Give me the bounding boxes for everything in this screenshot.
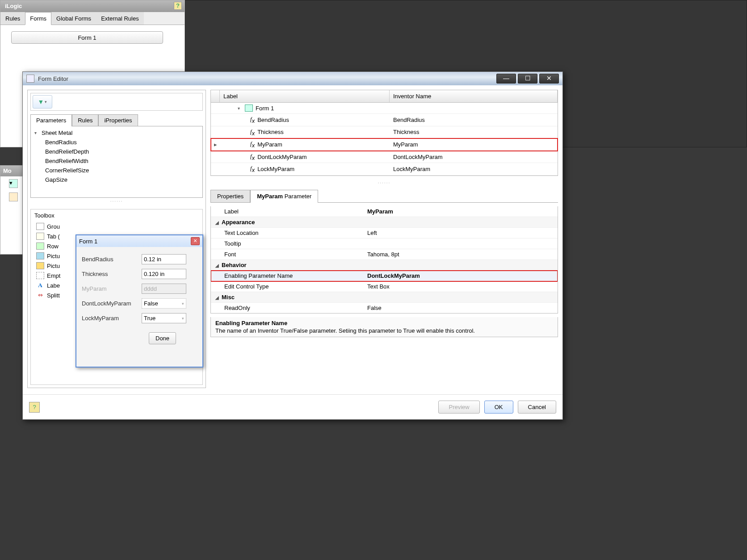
toolbox-item-group[interactable]: Grou bbox=[34, 221, 199, 231]
form1-title-text: Form 1 bbox=[79, 238, 97, 245]
tree-row-param[interactable]: fxBendRadius BendRadius bbox=[211, 114, 558, 126]
toolbox-title: Toolbox bbox=[33, 211, 201, 220]
close-button[interactable]: ✕ bbox=[539, 74, 559, 84]
fx-icon: fx bbox=[250, 140, 255, 149]
chevron-down-icon: ▾ bbox=[182, 301, 184, 306]
fx-icon: fx bbox=[250, 165, 255, 173]
lockmyparam-select[interactable]: True▾ bbox=[142, 313, 186, 323]
tab-forms[interactable]: Forms bbox=[25, 12, 51, 25]
form1-label: DontLockMyParam bbox=[82, 300, 139, 307]
form1-label: MyParam bbox=[82, 285, 139, 292]
form-tree-table: Label Inventor Name ▾Form 1 fxBendRadius… bbox=[210, 90, 558, 176]
tree-item[interactable]: BendReliefWidth bbox=[33, 156, 201, 166]
form-editor-window: Form Editor — ☐ ✕ ▼ ▾ Parameters Rules i… bbox=[22, 71, 563, 420]
tab-icon bbox=[36, 233, 44, 240]
ilogic-title-bar: iLogic ? bbox=[0, 0, 185, 12]
bendradius-field[interactable] bbox=[142, 254, 186, 264]
tree-row-param[interactable]: fxDontLockMyParam DontLockMyParam bbox=[211, 151, 558, 163]
ilogic-title-text: iLogic bbox=[5, 3, 22, 9]
form-editor-icon bbox=[26, 75, 34, 83]
minimize-button[interactable]: — bbox=[496, 74, 516, 84]
chevron-down-icon: ▾ bbox=[182, 316, 184, 321]
fx-icon: fx bbox=[250, 116, 255, 124]
empty-icon bbox=[36, 272, 44, 279]
form1-label: LockMyParam bbox=[82, 315, 139, 322]
editor-right-pane: Label Inventor Name ▾Form 1 fxBendRadius… bbox=[210, 90, 558, 388]
column-header-label[interactable]: Label bbox=[220, 90, 390, 102]
form-icon bbox=[245, 104, 253, 112]
property-description-text: The name of an Inventor True/False param… bbox=[215, 327, 553, 334]
property-description-title: Enabling Parameter Name bbox=[215, 320, 553, 326]
forms-list: Form 1 bbox=[0, 25, 185, 50]
tree-node-label: Sheet Metal bbox=[42, 130, 72, 136]
splitter-icon: ⇔ bbox=[36, 292, 44, 299]
form-button-label: Form 1 bbox=[78, 34, 96, 41]
tab-external-rules[interactable]: External Rules bbox=[96, 12, 144, 25]
splitter[interactable]: ······ bbox=[30, 198, 203, 205]
chevron-down-icon: ▾ bbox=[34, 130, 39, 135]
fx-icon: fx bbox=[250, 128, 255, 137]
form1-titlebar[interactable]: Form 1 × bbox=[76, 235, 202, 247]
tab-iproperties[interactable]: iProperties bbox=[98, 114, 138, 126]
preview-button[interactable]: Preview bbox=[438, 401, 479, 414]
tree-row-param[interactable]: fxThickness Thickness bbox=[211, 126, 558, 139]
part-icon[interactable] bbox=[9, 192, 18, 201]
tree-item[interactable]: BendRadius bbox=[33, 138, 201, 147]
tree-node-sheet-metal[interactable]: ▾ Sheet Metal bbox=[33, 128, 201, 138]
picture-icon bbox=[36, 252, 44, 259]
ok-button[interactable]: OK bbox=[484, 401, 513, 414]
form1-label: Thickness bbox=[82, 271, 139, 277]
column-header-inventor-name[interactable]: Inventor Name bbox=[390, 90, 558, 102]
collapse-icon[interactable]: ◢ bbox=[215, 220, 219, 225]
row-icon bbox=[36, 242, 44, 250]
form-editor-titlebar[interactable]: Form Editor — ☐ ✕ bbox=[23, 72, 562, 85]
tree-row-param-selected[interactable]: ▸ fxMyParam MyParam bbox=[211, 138, 558, 151]
gutter-header bbox=[211, 90, 220, 102]
chevron-down-icon: ▾ bbox=[45, 100, 47, 104]
property-grid[interactable]: LabelMyParam ◢Appearance Text LocationLe… bbox=[210, 206, 558, 313]
tree-row-param[interactable]: fxLockMyParam LockMyParam bbox=[211, 163, 558, 176]
tab-parameter[interactable]: MyParam Parameter bbox=[250, 190, 318, 203]
collapse-icon[interactable]: ◢ bbox=[215, 263, 219, 268]
thickness-field[interactable] bbox=[142, 269, 186, 279]
maximize-button[interactable]: ☐ bbox=[518, 74, 537, 84]
tab-parameters[interactable]: Parameters bbox=[30, 114, 72, 126]
filter-button[interactable]: ▼ ▾ bbox=[33, 95, 52, 109]
dontlockmyparam-select[interactable]: False▾ bbox=[142, 298, 186, 309]
tree-item[interactable]: BendReliefDepth bbox=[33, 147, 201, 156]
help-icon[interactable]: ? bbox=[174, 2, 182, 10]
form-editor-title: Form Editor bbox=[38, 75, 493, 82]
ilogic-tabs: Rules Forms Global Forms External Rules bbox=[0, 12, 185, 25]
splitter[interactable]: ······ bbox=[210, 180, 558, 186]
filter-icon[interactable]: ▾ bbox=[9, 179, 18, 188]
fx-icon: fx bbox=[250, 153, 255, 161]
help-button[interactable]: ? bbox=[29, 402, 40, 413]
tab-rules[interactable]: Rules bbox=[72, 114, 98, 126]
tree-item[interactable]: CornerReliefSize bbox=[33, 166, 201, 175]
editor-footer: ? Preview OK Cancel bbox=[23, 394, 562, 419]
collapse-icon[interactable]: ◢ bbox=[215, 295, 219, 300]
done-button[interactable]: Done bbox=[149, 332, 176, 344]
myparam-field bbox=[142, 284, 186, 294]
form1-label: BendRadius bbox=[82, 256, 139, 263]
funnel-icon: ▼ bbox=[38, 98, 44, 105]
tree-item[interactable]: GapSize bbox=[33, 175, 201, 184]
chevron-down-icon: ▾ bbox=[238, 106, 242, 111]
picture-folder-icon bbox=[36, 262, 44, 269]
tab-global-forms[interactable]: Global Forms bbox=[51, 12, 96, 25]
property-enabling-parameter[interactable]: Enabling Parameter NameDontLockMyParam bbox=[211, 271, 558, 281]
form-button[interactable]: Form 1 bbox=[11, 31, 163, 44]
label-icon: A bbox=[36, 282, 44, 289]
property-description: Enabling Parameter Name The name of an I… bbox=[210, 317, 558, 337]
close-icon[interactable]: × bbox=[191, 237, 200, 245]
tab-properties[interactable]: Properties bbox=[210, 190, 250, 202]
tab-rules[interactable]: Rules bbox=[0, 12, 25, 25]
form1-dialog: Form 1 × BendRadius Thickness MyParam Do… bbox=[76, 234, 203, 368]
parameters-tree[interactable]: ▾ Sheet Metal BendRadius BendReliefDepth… bbox=[30, 126, 203, 198]
cancel-button[interactable]: Cancel bbox=[518, 401, 556, 414]
tree-row-form[interactable]: ▾Form 1 bbox=[211, 103, 558, 114]
group-icon bbox=[36, 223, 44, 230]
row-indicator-icon: ▸ bbox=[211, 141, 220, 148]
